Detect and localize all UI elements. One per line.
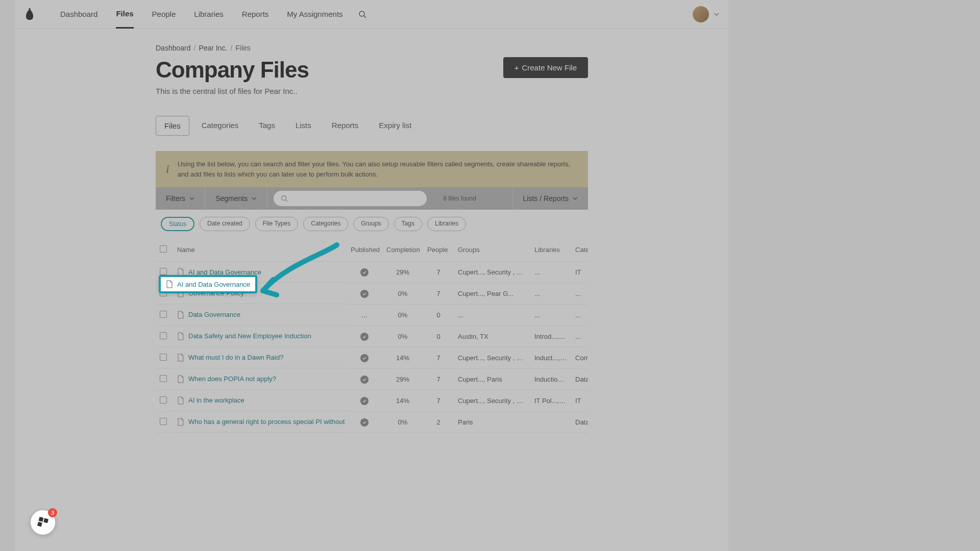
segments-button[interactable]: Segments bbox=[205, 187, 267, 210]
groups-cell: Cupert..., Pear G... bbox=[454, 283, 530, 305]
categories-cell: Data Pr... bbox=[571, 369, 588, 390]
chevron-down-icon bbox=[189, 196, 194, 201]
search-icon[interactable] bbox=[358, 10, 366, 18]
nav-item-my-assignments[interactable]: My Assignments bbox=[287, 1, 342, 28]
chip-libraries[interactable]: Libraries bbox=[427, 217, 466, 231]
subtab-expiry-list[interactable]: Expiry list bbox=[371, 116, 420, 136]
chip-date-created[interactable]: Date created bbox=[200, 217, 250, 231]
file-icon bbox=[177, 396, 184, 405]
file-icon bbox=[177, 354, 184, 362]
published-cell: ... bbox=[347, 305, 382, 326]
help-widget[interactable]: 3 bbox=[31, 510, 55, 535]
completion-cell: 0% bbox=[382, 305, 423, 326]
file-icon bbox=[166, 280, 173, 288]
breadcrumb-separator: / bbox=[230, 44, 232, 52]
select-all-checkbox[interactable] bbox=[160, 245, 167, 253]
libraries-cell: IT Pol..., Intro... bbox=[530, 390, 571, 412]
filters-label: Filters bbox=[166, 194, 185, 203]
subtab-reports[interactable]: Reports bbox=[324, 116, 367, 136]
completion-cell: 14% bbox=[382, 347, 423, 369]
search-box[interactable] bbox=[274, 191, 427, 206]
libraries-cell: ... bbox=[530, 262, 571, 283]
highlighted-file-link[interactable]: AI and Data Governance bbox=[177, 281, 250, 288]
published-cell bbox=[347, 390, 382, 412]
row-checkbox[interactable] bbox=[160, 375, 167, 382]
table-row: Data Safety and New Employee Induction0%… bbox=[156, 326, 588, 347]
subtab-categories[interactable]: Categories bbox=[193, 116, 247, 136]
chip-categories[interactable]: Categories bbox=[303, 217, 348, 231]
file-link[interactable]: AI in the workplace bbox=[188, 396, 244, 404]
categories-cell: ... bbox=[571, 283, 588, 305]
people-cell: 7 bbox=[423, 369, 454, 390]
published-badge-icon bbox=[360, 354, 369, 362]
row-checkbox[interactable] bbox=[160, 268, 167, 275]
chip-tags[interactable]: Tags bbox=[394, 217, 422, 231]
chevron-down-icon[interactable] bbox=[714, 12, 719, 17]
categories-cell: Competi... bbox=[571, 347, 588, 369]
file-link[interactable]: When does POPIA not apply? bbox=[188, 375, 276, 383]
highlighted-file[interactable]: AI and Data Governance bbox=[159, 275, 257, 293]
file-link[interactable]: Data Safety and New Employee Induction bbox=[188, 332, 311, 340]
filter-toolbar: Filters Segments 8 files found Lists / R… bbox=[156, 187, 588, 210]
help-badge: 3 bbox=[48, 508, 57, 517]
categories-cell: IT bbox=[571, 390, 588, 412]
nav-item-files[interactable]: Files bbox=[116, 0, 133, 29]
people-cell: 7 bbox=[423, 262, 454, 283]
published-badge-icon bbox=[360, 418, 369, 427]
lists-reports-button[interactable]: Lists / Reports bbox=[512, 187, 588, 210]
libraries-cell: Introd..., IT - I... bbox=[530, 326, 571, 347]
svg-line-3 bbox=[286, 200, 288, 202]
file-link[interactable]: Who has a general right to process speci… bbox=[188, 418, 347, 425]
info-icon: i bbox=[166, 162, 169, 176]
row-checkbox[interactable] bbox=[160, 396, 167, 404]
file-icon bbox=[177, 375, 184, 383]
nav-item-reports[interactable]: Reports bbox=[242, 1, 269, 28]
row-checkbox[interactable] bbox=[160, 418, 167, 425]
libraries-cell: Induct..., IT - I... bbox=[530, 347, 571, 369]
files-table: NamePublishedCompletionPeopleGroupsLibra… bbox=[156, 238, 588, 433]
page-subtitle: This is the central list of files for Pe… bbox=[156, 87, 588, 95]
svg-line-1 bbox=[364, 16, 366, 18]
file-link[interactable]: What must I do in a Dawn Raid? bbox=[188, 354, 283, 361]
row-checkbox[interactable] bbox=[160, 311, 167, 318]
file-name-cell: Data Safety and New Employee Induction bbox=[173, 326, 347, 347]
groups-cell: Paris bbox=[454, 412, 530, 433]
nav-item-libraries[interactable]: Libraries bbox=[194, 1, 224, 28]
file-name-cell: Who has a general right to process speci… bbox=[173, 412, 347, 433]
people-cell: 7 bbox=[423, 347, 454, 369]
file-name-cell: When does POPIA not apply? bbox=[173, 369, 347, 390]
breadcrumb-item[interactable]: Pear Inc. bbox=[199, 44, 227, 52]
filters-button[interactable]: Filters bbox=[156, 187, 205, 210]
svg-point-0 bbox=[359, 11, 364, 16]
file-name-cell: Data Governance bbox=[173, 305, 347, 325]
chip-file-types[interactable]: File Types bbox=[255, 217, 298, 231]
page-title: Company Files bbox=[156, 57, 309, 83]
plus-icon: + bbox=[514, 63, 519, 72]
completion-cell: 29% bbox=[382, 262, 423, 283]
subtab-files[interactable]: Files bbox=[156, 116, 189, 136]
published-cell bbox=[347, 326, 382, 347]
breadcrumb-item[interactable]: Dashboard bbox=[156, 44, 191, 52]
groups-cell: Cupert..., Security , and 2 more bbox=[454, 262, 530, 283]
published-badge-icon bbox=[360, 397, 369, 405]
search-input[interactable] bbox=[288, 195, 420, 203]
chip-status[interactable]: Status bbox=[161, 217, 194, 231]
nav-item-dashboard[interactable]: Dashboard bbox=[60, 1, 97, 28]
subtab-lists[interactable]: Lists bbox=[287, 116, 320, 136]
file-name-cell: What must I do in a Dawn Raid? bbox=[173, 347, 347, 368]
row-checkbox[interactable] bbox=[160, 354, 167, 361]
breadcrumb-item: Files bbox=[235, 44, 251, 52]
groups-cell: ... bbox=[454, 305, 530, 326]
user-avatar[interactable] bbox=[693, 6, 709, 22]
chevron-down-icon bbox=[252, 196, 257, 201]
file-link[interactable]: Data Governance bbox=[188, 311, 240, 318]
column-header: People bbox=[423, 238, 454, 262]
groups-cell: Cupert..., Security , and 2 more bbox=[454, 347, 530, 369]
lists-reports-label: Lists / Reports bbox=[523, 194, 569, 203]
row-checkbox[interactable] bbox=[160, 332, 167, 339]
published-cell bbox=[347, 347, 382, 369]
nav-item-people[interactable]: People bbox=[152, 1, 176, 28]
subtab-tags[interactable]: Tags bbox=[251, 116, 283, 136]
chip-groups[interactable]: Groups bbox=[353, 217, 388, 231]
create-new-file-button[interactable]: + Create New File bbox=[503, 57, 588, 78]
